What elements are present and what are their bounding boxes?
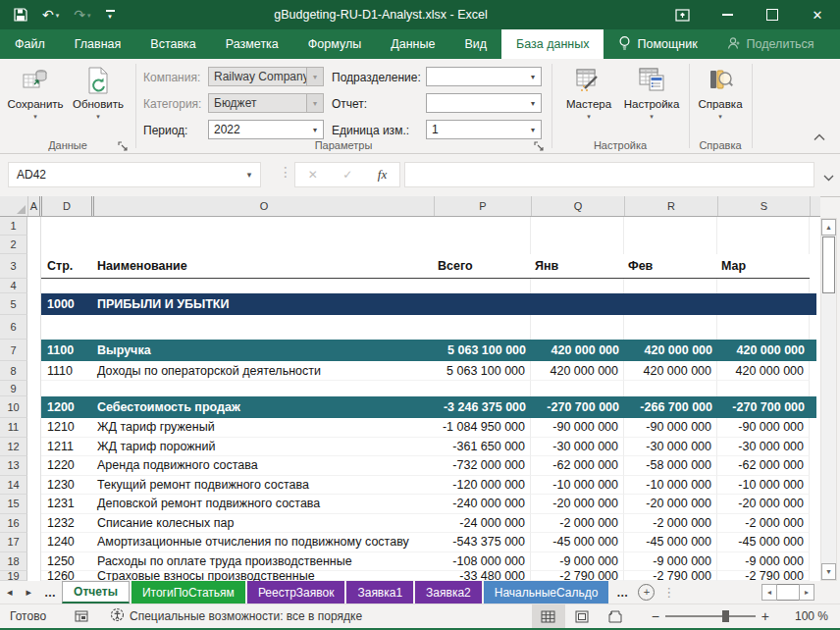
view-page-break-icon[interactable] [599,604,632,628]
zoom-in-icon[interactable]: + [756,608,775,624]
cell-value-q[interactable]: -62 000 000 [531,456,624,476]
sheet-nav-left-icon[interactable]: ◂ [0,581,20,604]
row-number[interactable]: 16 [0,514,27,534]
cell-name[interactable]: Деповской ремонт подвижного состава [93,495,434,514]
insert-function-icon[interactable]: fx [378,167,387,183]
sheet-tab-6[interactable]: НачальныеСальдо [484,581,609,604]
company-select[interactable]: Railway Company▾ [208,67,324,86]
cell-value-q[interactable]: -2 000 000 [531,514,624,534]
cell-value-p[interactable]: -3 246 375 000 [434,396,531,418]
tab-database-active[interactable]: База данных [501,29,604,59]
row-number[interactable]: 12 [0,438,27,457]
cell-name[interactable]: ПРИБЫЛИ И УБЫТКИ [93,293,434,315]
sheet-tab-5[interactable]: Заявка2 [415,581,482,604]
row-number[interactable]: 7 [0,340,27,361]
cell-value-r[interactable]: -45 000 000 [624,533,717,552]
cell-value-s[interactable] [717,293,810,315]
ribbon-display-options-icon[interactable] [659,0,705,29]
close-button[interactable]: ✕ [795,0,840,29]
expand-formula-bar-icon[interactable] [823,168,834,185]
cell-colA[interactable] [27,514,41,534]
cell-colA[interactable] [27,254,41,279]
cell-value-s[interactable]: -10 000 000 [717,476,810,496]
cell-value-r[interactable]: 420 000 000 [624,340,717,361]
cell-value-s[interactable] [717,315,810,340]
tab-layout[interactable]: Разметка [211,29,293,59]
cell-value-q[interactable]: -2 790 000 [531,571,624,581]
row-number[interactable]: 13 [0,456,27,476]
cell-value-p[interactable]: -543 375 000 [434,533,531,552]
vertical-scrollbar[interactable]: ▲ ▼ [820,218,837,581]
cell-code[interactable]: 1210 [41,418,93,438]
cell-value-q[interactable]: -10 000 000 [531,476,624,496]
cell-value-r[interactable]: -2 790 000 [624,571,717,581]
cell-value-s[interactable] [717,279,810,293]
formula-input[interactable] [404,162,814,187]
row-number[interactable]: 15 [0,495,27,514]
cell-colA[interactable] [27,340,41,361]
cell-value-q[interactable]: 420 000 000 [531,340,624,361]
name-box-dropdown-icon[interactable]: ▾ [238,170,260,180]
unit-select[interactable]: 1▾ [426,120,542,139]
cell-code[interactable]: 1232 [41,514,93,534]
cell-value-r[interactable]: -90 000 000 [624,418,717,438]
cell-value-r[interactable] [624,279,717,293]
cell-value-q[interactable] [531,315,624,340]
scroll-up-icon[interactable]: ▲ [821,219,836,236]
cell-value-s[interactable]: Мар [717,254,810,279]
cell-value-p[interactable]: 5 063 100 000 [434,361,531,381]
save-icon[interactable] [14,8,27,22]
cell-colA[interactable] [27,438,41,457]
cell-value-q[interactable]: -30 000 000 [531,438,624,457]
customize-qat-icon[interactable]: ▾ [106,10,115,20]
cell-value-s[interactable]: -30 000 000 [717,438,810,457]
zoom-slider-thumb[interactable] [722,610,729,622]
cell-value-s[interactable]: -270 700 000 [717,396,810,418]
cell-colA[interactable] [27,217,41,236]
cell-value-s[interactable] [717,217,810,236]
cell-value-q[interactable] [531,381,624,396]
cell-value-q[interactable] [531,236,624,254]
accessibility-status[interactable]: Специальные возможности: все в порядке [110,607,362,625]
cell-code[interactable]: 1000 [41,293,93,315]
department-select[interactable]: ▾ [426,67,542,86]
cell-value-r[interactable] [624,315,717,340]
cell-value-q[interactable] [531,293,624,315]
cell-value-p[interactable] [434,381,531,396]
cell-name[interactable]: Аренда подвижного состава [93,456,434,476]
cell-name[interactable]: ЖД тариф порожний [93,438,434,457]
cell-value-p[interactable]: 5 063 100 000 [434,340,531,361]
cell-value-r[interactable] [624,293,717,315]
tab-home[interactable]: Главная [60,29,136,59]
row-number[interactable]: 18 [0,552,27,572]
cell-value-s[interactable]: -2 000 000 [717,514,810,534]
cell-code[interactable]: 1230 [41,476,93,496]
tab-assistant[interactable]: Помощник [604,29,711,59]
cell-colA[interactable] [27,361,41,381]
cell-value-q[interactable] [531,217,624,236]
cell-value-r[interactable] [624,236,717,254]
cell-value-r[interactable]: -9 000 000 [624,552,717,572]
cell-name[interactable] [93,217,434,236]
column-header-a[interactable]: A [28,196,42,216]
row-number[interactable]: 8 [0,361,27,381]
column-header-q[interactable]: Q [532,196,625,216]
cell-value-s[interactable]: 420 000 000 [717,340,810,361]
column-header-p[interactable]: P [435,196,532,216]
horizontal-scroll-thumb[interactable] [777,584,799,601]
row-number[interactable]: 1 [0,217,27,236]
cell-code[interactable] [41,217,93,236]
add-sheet-button[interactable]: + [638,581,655,604]
cell-value-r[interactable]: -58 000 000 [624,456,717,476]
row-number[interactable]: 3 [0,254,27,279]
cell-value-s[interactable]: -62 000 000 [717,456,810,476]
row-number[interactable]: 19 [0,571,27,581]
cell-value-r[interactable]: -30 000 000 [624,438,717,457]
sheet-tab-4[interactable]: Заявка1 [346,581,413,604]
sheet-nav-right-icon[interactable]: ▸ [20,581,39,604]
row-number[interactable]: 17 [0,533,27,552]
cell-code[interactable]: 1211 [41,438,93,457]
cell-colA[interactable] [27,236,41,254]
save-data-button[interactable]: Сохранить ▾ [4,63,67,121]
cell-value-r[interactable]: 420 000 000 [624,361,717,381]
